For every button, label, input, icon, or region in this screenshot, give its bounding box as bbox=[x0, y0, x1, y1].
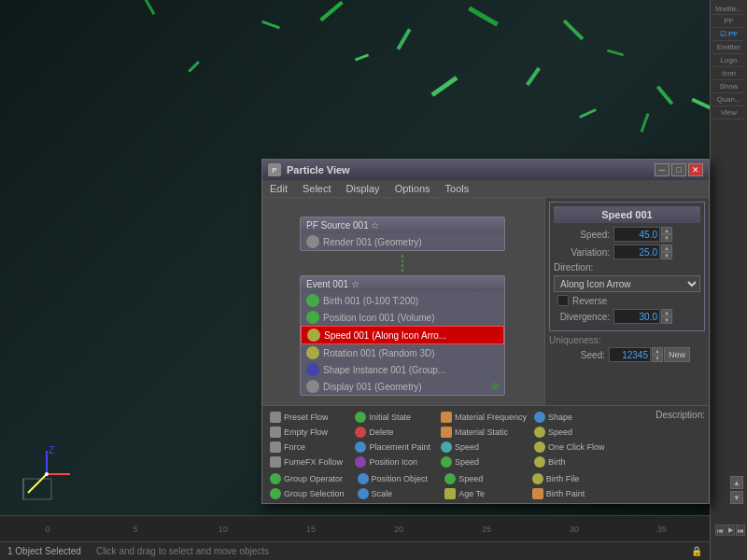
material-freq-icon bbox=[441, 412, 452, 423]
speed3-icon bbox=[534, 456, 545, 468]
variation-down[interactable]: ▼ bbox=[661, 252, 672, 259]
menu-bar: Edit Select Display Options Tools bbox=[262, 180, 709, 198]
play-next-button[interactable]: ⏭ bbox=[736, 525, 745, 536]
minimize-button[interactable]: ─ bbox=[655, 163, 669, 176]
menu-select[interactable]: Select bbox=[299, 182, 335, 195]
pf-check[interactable]: ☑ PF bbox=[712, 28, 745, 41]
view-label: View bbox=[712, 106, 745, 119]
speed-up[interactable]: ▲ bbox=[661, 227, 672, 234]
timeline-tick-15: 15 bbox=[267, 525, 355, 534]
menu-edit[interactable]: Edit bbox=[266, 182, 291, 195]
seed-label: Seed: bbox=[549, 350, 605, 360]
menu-options[interactable]: Options bbox=[391, 182, 434, 195]
force-icon bbox=[355, 441, 366, 453]
speed3-item[interactable]: Birth bbox=[530, 455, 615, 469]
menu-tools[interactable]: Tools bbox=[442, 182, 473, 195]
speed-node-item[interactable]: Speed 001 (Along Icon Arro... bbox=[301, 326, 504, 344]
reverse-label: Reverse bbox=[572, 296, 607, 306]
divergence-down[interactable]: ▼ bbox=[661, 316, 672, 324]
delete-item[interactable]: Delete bbox=[351, 425, 436, 440]
svg-line-3 bbox=[28, 474, 47, 493]
material-freq-item[interactable]: Material Frequency bbox=[437, 410, 530, 425]
play-button[interactable]: ▶ bbox=[726, 525, 735, 536]
seed-input[interactable] bbox=[609, 347, 651, 362]
fumefx-item[interactable]: Position Icon bbox=[351, 455, 436, 469]
description-label: Description: bbox=[655, 410, 705, 420]
maximize-button[interactable]: □ bbox=[671, 163, 686, 176]
timeline-tick-5: 5 bbox=[92, 525, 179, 534]
speed-input[interactable] bbox=[613, 227, 660, 242]
position-node-item[interactable]: Position Icon 001 (Volume) bbox=[301, 309, 504, 326]
emitter-label: Emitter bbox=[712, 41, 745, 54]
event-title: Event 001 ☆ bbox=[306, 279, 359, 289]
variation-spinner[interactable]: ▲ ▼ bbox=[661, 245, 672, 259]
position-obj-item[interactable]: Speed bbox=[441, 471, 529, 486]
group-sel-icon bbox=[358, 488, 369, 499]
seed-up[interactable]: ▲ bbox=[652, 347, 663, 355]
group-sel-item[interactable]: Scale bbox=[354, 486, 442, 501]
position-icon-bottom bbox=[441, 456, 452, 468]
reverse-checkbox[interactable] bbox=[557, 295, 569, 306]
status-hint: Click and drag to select and move object… bbox=[96, 546, 269, 556]
speed4-item[interactable]: Birth File bbox=[529, 471, 616, 486]
lock-icon: 🔒 bbox=[691, 546, 702, 556]
material-static-item[interactable]: Material Static bbox=[437, 425, 530, 440]
dialog-title: Particle View bbox=[287, 164, 350, 175]
pf-source-node: PF Source 001 ☆ Render 001 (Geometry) bbox=[300, 217, 505, 251]
position-obj-icon bbox=[444, 473, 456, 484]
new-button[interactable]: New bbox=[664, 347, 690, 362]
dialog-icon: P bbox=[268, 163, 281, 176]
show-label: Show bbox=[712, 80, 745, 93]
scale-icon bbox=[444, 488, 456, 499]
bottom-grid-2: Group Operator Position Object Speed Bir… bbox=[262, 471, 619, 503]
timeline[interactable]: 0 5 10 15 20 25 30 35 bbox=[0, 515, 710, 541]
shape-node-item[interactable]: Shape Instance 001 (Group... bbox=[301, 361, 504, 378]
variation-input[interactable] bbox=[613, 245, 660, 259]
speed-spinner[interactable]: ▲ ▼ bbox=[661, 227, 672, 242]
dialog-titlebar: P Particle View ─ □ ✕ bbox=[262, 160, 709, 180]
speed-bottom-item[interactable]: Speed bbox=[530, 425, 615, 440]
birth-node-item[interactable]: Birth 001 (0-100 T:200) bbox=[301, 292, 504, 309]
one-click-item[interactable]: FumeFX Follow bbox=[266, 455, 351, 469]
uniqueness-section: Uniqueness: Seed: ▲ ▼ New bbox=[549, 335, 705, 362]
variation-up[interactable]: ▲ bbox=[661, 245, 672, 252]
divergence-input[interactable] bbox=[613, 309, 660, 324]
age-te-icon bbox=[532, 488, 543, 499]
display-node-item[interactable]: Display 001 (Geometry) bbox=[301, 378, 504, 395]
speed2-item[interactable]: One Click Flow bbox=[530, 440, 615, 455]
empty-flow-item[interactable]: Empty Flow bbox=[266, 425, 351, 440]
nav-up-button[interactable]: ▲ bbox=[730, 476, 743, 489]
divergence-up[interactable]: ▲ bbox=[661, 309, 672, 316]
seed-spinner[interactable]: ▲ ▼ bbox=[652, 347, 663, 362]
play-prev-button[interactable]: ⏮ bbox=[715, 525, 725, 536]
group-op-item[interactable]: Position Object bbox=[354, 471, 442, 486]
birth-item[interactable]: Group Operator bbox=[266, 471, 354, 486]
placement-paint-item[interactable]: Speed bbox=[437, 440, 530, 455]
preset-flow-item[interactable]: Preset Flow bbox=[266, 410, 351, 425]
empty-flow-icon bbox=[270, 427, 281, 438]
speed-icon bbox=[307, 329, 320, 342]
nav-down-button[interactable]: ▼ bbox=[730, 491, 743, 504]
close-button[interactable]: ✕ bbox=[688, 163, 703, 176]
initial-state-item[interactable]: Initial State bbox=[351, 410, 436, 425]
shape-item[interactable]: Shape bbox=[530, 410, 615, 425]
force-item[interactable]: Placement Paint bbox=[351, 440, 436, 455]
modifier-label: Modifie... bbox=[712, 4, 745, 15]
speed-down[interactable]: ▼ bbox=[661, 234, 672, 242]
menu-display[interactable]: Display bbox=[343, 182, 384, 195]
direction-dropdown[interactable]: Along Icon Arrow Random Speed Space Worl… bbox=[554, 275, 700, 292]
timeline-tick-30: 30 bbox=[530, 525, 618, 534]
standard-flow-item[interactable]: Force bbox=[266, 440, 351, 455]
fumefx-icon bbox=[355, 456, 366, 468]
timeline-tick-20: 20 bbox=[355, 525, 443, 534]
birth-file-item[interactable]: Group Selection bbox=[266, 486, 354, 501]
position-icon-item[interactable]: Speed bbox=[437, 455, 530, 469]
seed-down[interactable]: ▼ bbox=[652, 355, 663, 362]
age-te-item[interactable]: Birth Paint bbox=[529, 486, 616, 501]
material-static-icon bbox=[441, 427, 452, 438]
divergence-spinner[interactable]: ▲ ▼ bbox=[661, 309, 672, 324]
render-icon bbox=[306, 235, 319, 248]
scale-item[interactable]: Age Te bbox=[441, 486, 529, 501]
rotation-node-item[interactable]: Rotation 001 (Random 3D) bbox=[301, 344, 504, 361]
render-node-item[interactable]: Render 001 (Geometry) bbox=[301, 233, 504, 250]
